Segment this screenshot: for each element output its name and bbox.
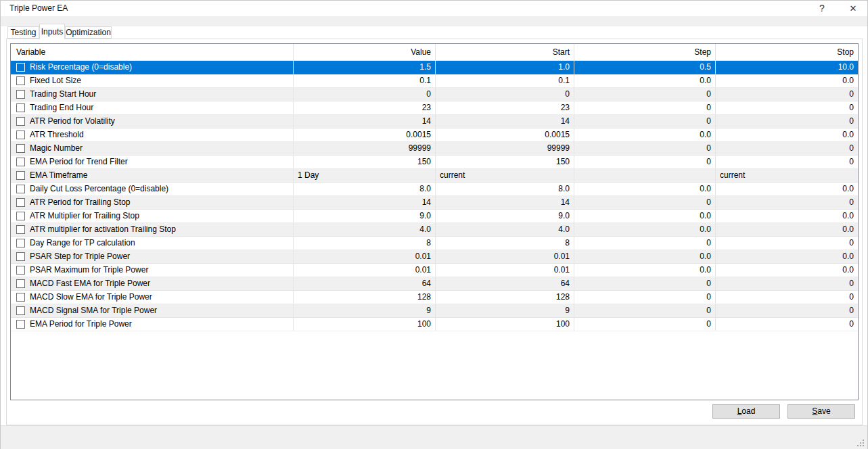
- row-checkbox[interactable]: [16, 185, 25, 193]
- value-cell[interactable]: 14: [294, 115, 436, 128]
- tab-inputs[interactable]: Inputs: [39, 24, 65, 39]
- stop-cell[interactable]: 0.0: [716, 223, 858, 237]
- stop-cell[interactable]: 0: [716, 142, 858, 156]
- step-cell[interactable]: 0.0: [574, 264, 716, 277]
- step-cell[interactable]: 0: [574, 115, 716, 128]
- stop-cell[interactable]: 0: [716, 277, 858, 291]
- row-checkbox[interactable]: [16, 252, 25, 261]
- start-cell[interactable]: 9.0: [436, 210, 574, 223]
- row-checkbox[interactable]: [16, 212, 25, 220]
- step-cell[interactable]: 0: [574, 156, 716, 169]
- table-row[interactable]: PSAR Step for Triple Power 0.01 0.01 0.0…: [11, 250, 858, 264]
- value-cell[interactable]: 128: [294, 291, 436, 304]
- value-cell[interactable]: 8.0: [294, 183, 436, 196]
- start-cell[interactable]: 0: [436, 88, 574, 101]
- table-row[interactable]: EMA Period for Trend Filter 150 150 0 0: [11, 156, 858, 169]
- table-row[interactable]: Risk Percentage (0=disable) 1.5 1.0 0.5 …: [11, 61, 858, 74]
- row-checkbox[interactable]: [16, 279, 25, 288]
- stop-cell[interactable]: 0: [716, 237, 858, 250]
- row-checkbox[interactable]: [16, 63, 25, 72]
- row-checkbox[interactable]: [16, 225, 25, 234]
- value-cell[interactable]: 9.0: [294, 210, 436, 223]
- table-row[interactable]: Trading Start Hour 0 0 0 0: [11, 88, 858, 101]
- start-cell[interactable]: 14: [436, 196, 574, 210]
- table-row[interactable]: EMA Period for Triple Power 100 100 0 0: [11, 318, 858, 331]
- stop-cell[interactable]: 10.0: [716, 61, 858, 74]
- start-cell[interactable]: 0.1: [436, 74, 574, 88]
- table-row[interactable]: Daily Cut Loss Percentage (0=disable) 8.…: [11, 183, 858, 196]
- table-row[interactable]: Trading End Hour 23 23 0 0: [11, 101, 858, 115]
- row-checkbox[interactable]: [16, 306, 25, 315]
- start-cell[interactable]: 1.0: [436, 61, 574, 74]
- start-cell[interactable]: current: [436, 169, 574, 183]
- start-cell[interactable]: 128: [436, 291, 574, 304]
- stop-cell[interactable]: 0: [716, 318, 858, 331]
- value-cell[interactable]: 1.5: [294, 61, 436, 74]
- start-cell[interactable]: 0.01: [436, 264, 574, 277]
- step-cell[interactable]: 0.0: [574, 128, 716, 142]
- step-cell[interactable]: [574, 169, 716, 183]
- row-checkbox[interactable]: [16, 103, 25, 112]
- stop-cell[interactable]: 0.0: [716, 264, 858, 277]
- save-button[interactable]: Save: [787, 404, 855, 419]
- table-row[interactable]: PSAR Maximum for Triple Power 0.01 0.01 …: [11, 264, 858, 277]
- table-row[interactable]: MACD Fast EMA for Triple Power 64 64 0 0: [11, 277, 858, 291]
- stop-cell[interactable]: 0.0: [716, 74, 858, 88]
- row-checkbox[interactable]: [16, 171, 25, 180]
- row-checkbox[interactable]: [16, 239, 25, 247]
- value-cell[interactable]: 99999: [294, 142, 436, 156]
- table-row[interactable]: Day Range for TP calculation 8 8 0 0: [11, 237, 858, 250]
- table-row[interactable]: ATR Period for Volatility 14 14 0 0: [11, 115, 858, 128]
- step-cell[interactable]: 0: [574, 304, 716, 318]
- value-cell[interactable]: 100: [294, 318, 436, 331]
- value-cell[interactable]: 9: [294, 304, 436, 318]
- start-cell[interactable]: 4.0: [436, 223, 574, 237]
- row-checkbox[interactable]: [16, 266, 25, 275]
- row-checkbox[interactable]: [16, 76, 25, 85]
- start-cell[interactable]: 14: [436, 115, 574, 128]
- tab-optimization[interactable]: Optimization: [65, 26, 112, 39]
- start-cell[interactable]: 8.0: [436, 183, 574, 196]
- row-checkbox[interactable]: [16, 198, 25, 207]
- stop-cell[interactable]: current: [716, 169, 858, 183]
- step-cell[interactable]: 0: [574, 88, 716, 101]
- stop-cell[interactable]: 0: [716, 304, 858, 318]
- value-cell[interactable]: 64: [294, 277, 436, 291]
- stop-cell[interactable]: 0.0: [716, 210, 858, 223]
- column-header-step[interactable]: Step: [574, 44, 716, 61]
- step-cell[interactable]: 0: [574, 318, 716, 331]
- row-checkbox[interactable]: [16, 158, 25, 166]
- table-row[interactable]: Fixed Lot Size 0.1 0.1 0.0 0.0: [11, 74, 858, 88]
- value-cell[interactable]: 8: [294, 237, 436, 250]
- step-cell[interactable]: 0: [574, 142, 716, 156]
- start-cell[interactable]: 8: [436, 237, 574, 250]
- row-checkbox[interactable]: [16, 90, 25, 99]
- value-cell[interactable]: 0.01: [294, 264, 436, 277]
- start-cell[interactable]: 9: [436, 304, 574, 318]
- resize-grip-icon[interactable]: [863, 445, 864, 446]
- row-checkbox[interactable]: [16, 293, 25, 302]
- step-cell[interactable]: 0.0: [574, 74, 716, 88]
- tab-testing[interactable]: Testing: [7, 26, 39, 39]
- step-cell[interactable]: 0: [574, 291, 716, 304]
- table-row[interactable]: ATR Multiplier for Trailing Stop 9.0 9.0…: [11, 210, 858, 223]
- value-cell[interactable]: 0.1: [294, 74, 436, 88]
- table-row[interactable]: ATR Threshold 0.0015 0.0015 0.0 0.0: [11, 128, 858, 142]
- value-cell[interactable]: 0: [294, 88, 436, 101]
- table-row[interactable]: ATR multiplier for activation Trailing S…: [11, 223, 858, 237]
- load-button[interactable]: Load: [712, 404, 780, 419]
- stop-cell[interactable]: 0: [716, 88, 858, 101]
- start-cell[interactable]: 100: [436, 318, 574, 331]
- step-cell[interactable]: 0.5: [574, 61, 716, 74]
- start-cell[interactable]: 150: [436, 156, 574, 169]
- table-row[interactable]: EMA Timeframe 1 Day current current: [11, 169, 858, 183]
- step-cell[interactable]: 0.0: [574, 210, 716, 223]
- column-header-start[interactable]: Start: [436, 44, 574, 61]
- stop-cell[interactable]: 0.0: [716, 250, 858, 264]
- start-cell[interactable]: 0.0015: [436, 128, 574, 142]
- stop-cell[interactable]: 0: [716, 101, 858, 115]
- value-cell[interactable]: 14: [294, 196, 436, 210]
- table-row[interactable]: MACD Signal SMA for Triple Power 9 9 0 0: [11, 304, 858, 318]
- start-cell[interactable]: 99999: [436, 142, 574, 156]
- table-row[interactable]: ATR Period for Trailing Stop 14 14 0 0: [11, 196, 858, 210]
